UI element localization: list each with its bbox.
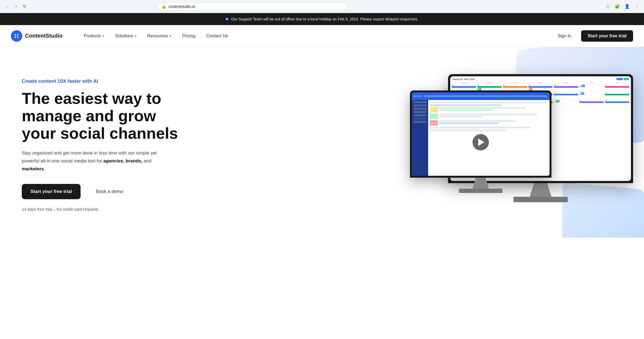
nav-item-pricing[interactable]: Pricing: [177, 31, 200, 41]
logo-text: ContentStudio: [25, 33, 63, 39]
play-triangle-icon: [478, 138, 484, 146]
front-sidebar: [412, 100, 428, 176]
main-row-6: [430, 127, 530, 128]
contact-label: Contact Us: [206, 34, 228, 38]
hero-trial-button[interactable]: Start your free trial: [22, 184, 81, 199]
extensions-button[interactable]: 🧩: [614, 3, 621, 10]
sidebar-item-5: [413, 114, 427, 116]
front-screen-frame: [410, 90, 551, 178]
main-row-1: [430, 102, 548, 103]
cal-title: January 28 - May 4, 2022: [452, 78, 475, 80]
products-label: Products: [84, 34, 101, 38]
monitor-front: [410, 90, 551, 194]
hero-desc-and: and: [142, 158, 151, 164]
address-bar[interactable]: 🔒 contentstudio.io: [158, 2, 348, 11]
refresh-button[interactable]: ↻: [21, 3, 28, 10]
cal-day-headers: Sun-26 Mon-27 Tue-28 Wed-29 Thu-30 Fri-3…: [451, 82, 630, 84]
nav-links: Products ▾ Solutions ▾ Resources ▾ Prici…: [79, 31, 552, 41]
thursday-header: Thu-30: [553, 82, 579, 84]
sidebar-item-2: [413, 104, 427, 107]
announcement-dot: [226, 18, 228, 20]
resources-label: Resources: [147, 34, 168, 38]
save-button[interactable]: Save: [624, 78, 629, 80]
browser-chrome: ← → ↻ 🔒 contentstudio.io ☆ 🧩 👤 ⋮: [0, 0, 644, 13]
hero-left: Create content 10X faster with AI The ea…: [22, 78, 185, 211]
cal-day-5: 30: [553, 84, 579, 92]
cal-day-12: 6: [553, 92, 579, 99]
sign-in-button[interactable]: Sign In: [552, 31, 577, 41]
hero-right: January 28 - May 4, 2022 Month Save Sun-…: [185, 63, 633, 227]
sunday-header: Sun-26: [451, 82, 477, 84]
hero-title-line3: your social channels: [22, 124, 178, 142]
friday-header: Fri-31: [579, 82, 604, 84]
cal-day-6: 31: [579, 84, 604, 92]
hero-title-line2: manage and grow: [22, 107, 156, 125]
nav-trial-button[interactable]: Start your free trial: [581, 30, 633, 42]
lock-icon: 🔒: [162, 4, 166, 9]
sidebar-item-4: [413, 111, 427, 113]
front-monitor-neck: [473, 178, 489, 189]
logo[interactable]: ContentStudio: [11, 30, 63, 42]
topbar-dot-1: [414, 95, 416, 97]
wednesday-header: Wed-29: [528, 82, 553, 84]
resources-chevron-icon: ▾: [170, 34, 171, 38]
hero-desc-bold3: marketers: [22, 166, 44, 171]
main-row-4b: [439, 116, 483, 117]
announcement-bar: Our Support Team will be out of office d…: [0, 13, 644, 25]
hero-title: The easiest way to manage and grow your …: [22, 90, 185, 142]
main-row-3b: [439, 109, 493, 111]
cal-day-14: 8: [605, 92, 630, 99]
back-button[interactable]: ←: [3, 3, 11, 10]
hero-demo-button[interactable]: Book a demo: [87, 184, 132, 199]
solutions-chevron-icon: ▾: [135, 34, 136, 38]
pricing-label: Pricing: [182, 34, 195, 38]
hero-description: Stay organized and get more done in less…: [22, 149, 174, 173]
menu-button[interactable]: ⋮: [633, 3, 641, 10]
hero-cta: Start your free trial Book a demo: [22, 184, 185, 199]
sidebar-item-1: [413, 101, 427, 103]
bookmark-button[interactable]: ☆: [604, 3, 611, 10]
hero-footnote: 14 days free trial – No credit card requ…: [22, 207, 185, 211]
hero-tagline: Create content 10X faster with AI: [22, 78, 185, 84]
monitors-container: January 28 - May 4, 2022 Month Save Sun-…: [410, 69, 633, 221]
hero-desc-bold2: brands,: [126, 158, 142, 164]
back-monitor-base: [513, 197, 568, 202]
topbar-dot-3: [419, 95, 421, 97]
hero-desc-bold1: agencies,: [103, 158, 125, 164]
announcement-text: Our Support Team will be out of office d…: [231, 17, 418, 21]
cal-day-21: 15: [605, 99, 630, 107]
forward-button[interactable]: →: [12, 3, 20, 10]
logo-icon: [11, 30, 22, 42]
main-row-5a: [439, 120, 515, 122]
main-row-4a: [439, 114, 537, 115]
tuesday-header: Tue-28: [502, 82, 528, 84]
products-chevron-icon: ▾: [103, 34, 104, 38]
front-main: [428, 100, 550, 176]
main-row-2: [430, 104, 501, 106]
front-topbar: [412, 92, 550, 100]
month-button[interactable]: Month: [617, 78, 622, 80]
sidebar-item-3: [413, 108, 427, 110]
nav-item-contact[interactable]: Contact Us: [201, 31, 233, 41]
topbar-dot-2: [417, 95, 418, 97]
nav-right: Sign In Start your free trial: [552, 30, 633, 42]
browser-nav-buttons: ← → ↻: [3, 3, 28, 10]
play-button[interactable]: [473, 134, 489, 150]
monday-header: Mon-27: [477, 82, 502, 84]
navbar: ContentStudio Products ▾ Solutions ▾ Res…: [0, 25, 644, 47]
calendar-header: January 28 - May 4, 2022 Month Save: [451, 77, 630, 81]
main-row-5b: [439, 122, 499, 124]
hero-desc-end: .: [44, 166, 45, 171]
main-row-3a: [439, 107, 526, 109]
nav-item-resources[interactable]: Resources ▾: [142, 31, 176, 41]
cal-day-19: 13: [553, 99, 579, 107]
nav-item-solutions[interactable]: Solutions ▾: [110, 31, 141, 41]
hero-title-line1: The easiest way to: [22, 89, 161, 107]
browser-actions: ☆ 🧩 👤 ⋮: [604, 3, 641, 10]
hero-section: Create content 10X faster with AI The ea…: [0, 47, 644, 238]
nav-item-products[interactable]: Products ▾: [79, 31, 109, 41]
front-monitor-base: [459, 189, 502, 193]
sidebar-item-6: [413, 121, 427, 123]
cal-day-20: 14: [579, 99, 604, 107]
profile-button[interactable]: 👤: [623, 3, 631, 10]
